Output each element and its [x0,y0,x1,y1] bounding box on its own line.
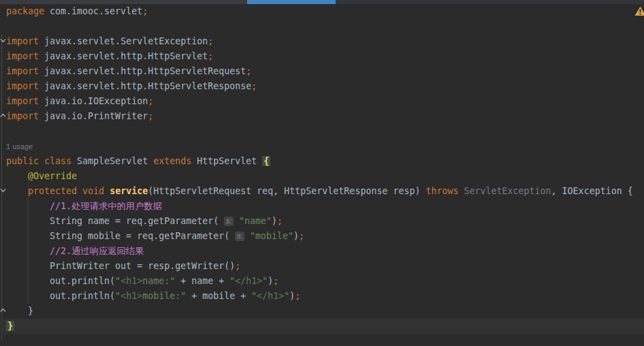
code-token: out.println( [6,276,115,286]
code-token: " [115,291,120,301]
code-token: java.io.PrintWriter [39,111,148,121]
code-token: </h1> [257,291,284,301]
code-token: ; [295,291,300,301]
code-token [244,231,250,241]
code-token: ; [142,6,148,16]
code-line[interactable]: package com.imooc.servlet; [0,4,644,19]
code-token: "mobile" [250,231,293,241]
code-token: " [115,276,120,286]
code-token: name:" [142,276,175,286]
code-token: javax.servlet.ServletException [39,36,208,46]
code-line[interactable]: //2.通过响应返回结果 [0,244,644,259]
code-line[interactable]: //1.处理请求中的用户数据 [0,199,644,214]
code-line[interactable] [0,124,644,139]
code-line[interactable]: import java.io.PrintWriter; [0,109,644,124]
code-token [234,216,239,226]
code-token: ; [148,111,153,121]
code-token: import [6,96,39,106]
code-token: javax.servlet.http.HttpServlet [39,51,208,61]
code-token: String mobile = req.getParameter( [6,231,235,241]
code-token: ; [148,96,153,106]
code-line[interactable] [0,19,644,34]
code-token: ; [299,231,304,241]
code-token: + name + [175,276,229,286]
code-token: ; [251,81,257,91]
code-token: 1 usage [6,142,33,151]
code-token: import [6,111,39,121]
code-token: SampleServlet [71,156,153,166]
code-line[interactable]: out.println("<h1>mobile:" + mobile + "</… [0,289,644,304]
code-token: import [6,51,39,61]
code-token: ; [277,216,283,226]
code-token: } [6,306,33,316]
code-line[interactable]: import javax.servlet.http.HttpServlet; [0,49,644,64]
code-token: + mobile + [186,291,251,301]
code-token: ; [273,276,278,286]
code-token: mobile:" [142,291,186,301]
code-line[interactable]: } [0,319,644,334]
param-name-hint: s: [235,232,244,241]
code-token: service [110,186,148,196]
code-token: <h1> [120,276,142,286]
code-token: protected void [28,186,104,196]
fold-region-end-icon[interactable] [0,113,6,120]
code-token: </h1> [235,276,262,286]
code-token: } [6,321,14,331]
code-line[interactable]: public class SampleServlet extends HttpS… [0,154,644,169]
code-token: ; [208,36,213,46]
code-line[interactable]: import javax.servlet.ServletException; [0,34,644,49]
code-token: "name" [239,216,272,226]
code-line[interactable]: } [0,304,644,319]
code-editor[interactable]: package com.imooc.servlet;import javax.s… [0,4,644,334]
code-token: import [6,36,39,46]
code-token: public class [6,156,71,166]
code-token: PrintWriter out = resp.getWriter() [6,261,235,271]
code-token [6,171,28,181]
code-token: java.io.IOException [39,96,148,106]
code-token [104,186,110,196]
inspections-warning-icon[interactable] [634,6,644,16]
code-token: import [6,81,39,91]
ide-editor-window: { "app": { "kind": "code-editor", "langu… [0,0,644,346]
code-token: extends [153,156,191,166]
usages-inlay-hint[interactable]: 1 usage [0,139,644,154]
fold-region-start-icon[interactable] [0,188,6,195]
fold-region-end-icon[interactable] [0,308,6,315]
code-token: import [6,66,39,76]
code-token: ServletException [459,186,551,196]
code-token: ) [272,216,277,226]
code-token: javax.servlet.http.HttpServletResponse [39,81,251,91]
code-line[interactable]: import javax.servlet.http.HttpServletReq… [0,64,644,79]
code-token [6,201,50,211]
code-line[interactable]: out.println("<h1>name:" + name + "</h1>"… [0,274,644,289]
code-token: //2.通过响应返回结果 [50,246,144,256]
code-line[interactable]: import javax.servlet.http.HttpServletRes… [0,79,644,94]
code-line[interactable]: String name = req.getParameter( s: "name… [0,214,644,229]
code-token: @Override [28,171,77,181]
code-line[interactable]: String mobile = req.getParameter( s: "mo… [0,229,644,244]
code-token [6,246,50,256]
code-token: throws [425,186,458,196]
code-token: ; [246,66,251,76]
code-token: (HttpServletRequest req, HttpServletResp… [148,186,425,196]
code-token: package [6,6,44,16]
code-token: { [262,156,270,166]
code-line[interactable]: @Override [0,169,644,184]
code-token: //1.处理请求中的用户数据 [50,201,162,211]
code-line[interactable]: PrintWriter out = resp.getWriter(); [0,259,644,274]
code-token: ; [235,261,240,271]
code-line[interactable]: import java.io.IOException; [0,94,644,109]
code-line[interactable]: protected void service(HttpServletReques… [0,184,644,199]
code-token: HttpServlet [191,156,262,166]
code-token: com.imooc.servlet [44,6,142,16]
code-token [6,186,28,196]
code-token: , IOException { [551,186,633,196]
fold-region-start-icon[interactable] [0,38,6,45]
code-token: <h1> [120,291,142,301]
code-token: String name = req.getParameter( [6,216,224,226]
code-token: ) [293,231,299,241]
code-token: out.println( [6,291,115,301]
code-token: ; [208,51,213,61]
param-name-hint: s: [224,217,234,226]
code-token: javax.servlet.http.HttpServletRequest [39,66,246,76]
